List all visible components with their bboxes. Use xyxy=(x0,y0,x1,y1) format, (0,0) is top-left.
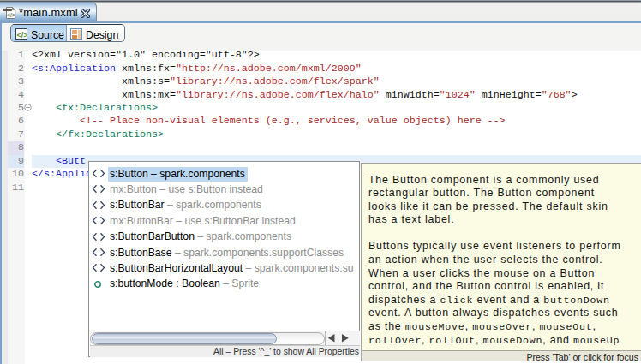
svg-text:</>: </> xyxy=(16,31,27,39)
svg-text:</>: </> xyxy=(7,12,15,18)
